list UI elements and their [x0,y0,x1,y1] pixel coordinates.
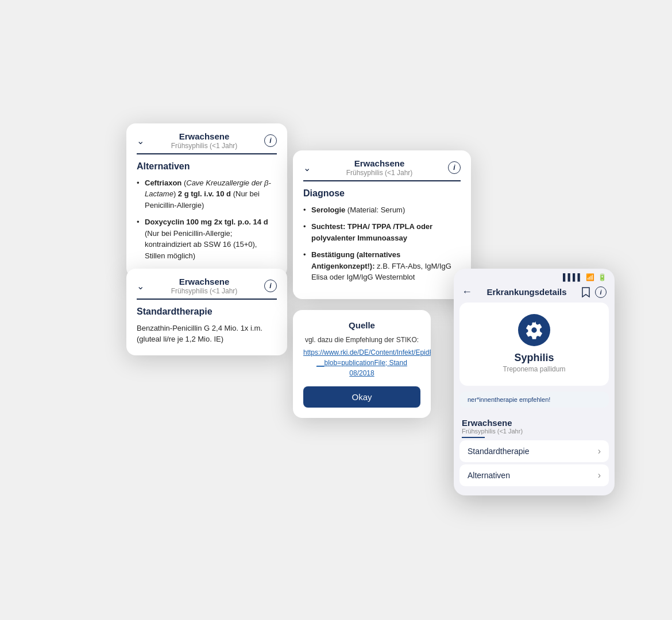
card-diagnose: ⌄ Erwachsene Frühsyphilis (<1 Jahr) i Di… [293,150,471,299]
info-icon-3[interactable]: i [448,161,461,174]
chevron-right-icon-2: › [598,470,601,480]
diag-item-2: Suchtest: TPHA/ TPPA /TPLA oder polyvale… [303,221,461,243]
card3-section-title: Diagnose [303,188,461,199]
card1-body: Alternativen Ceftriaxon (Cave Kreuzaller… [126,161,287,278]
card1-header: ⌄ Erwachsene Frühsyphilis (<1 Jahr) i [126,123,287,153]
mobile-section-title-label: Erwachsene [462,418,607,428]
info-icon-2[interactable]: i [264,280,277,292]
quelle-link[interactable]: https://www.rki.de/DE/Content/Infekt/Epi… [303,347,420,378]
collapse-icon-3[interactable]: ⌄ [303,162,311,173]
mobile-section-header: Erwachsene Frühsyphilis (<1 Jahr) [454,412,615,439]
disease-icon-circle [518,314,550,346]
card2-header-center: Erwachsene Frühsyphilis (<1 Jahr) [144,277,264,295]
card2-body: Standardtherapie Benzathin-Penicillin G … [126,307,287,355]
signal-icon: ▌▌▌▌ [563,273,582,281]
disease-icon-area: Syphilis Treponema pallidum [459,303,609,386]
mobile-row-alternativen[interactable]: Alternativen › [459,464,609,486]
card1-section-title: Alternativen [137,161,277,172]
card3-list: Serologie (Material: Serum) Suchtest: TP… [303,204,461,283]
mobile-section-sub-label: Frühsyphilis (<1 Jahr) [462,428,607,435]
mobile-nav-title: Erkrankungsdetails [486,287,566,297]
scene: ⌄ Erwachsene Frühsyphilis (<1 Jahr) i Al… [0,0,672,620]
mobile-navbar: ← Erkrankungsdetails i [454,284,615,303]
card2-subtitle: Frühsyphilis (<1 Jahr) [144,287,264,295]
diag-item-3: Bestätigung (alternatives Antigenkonzept… [303,249,461,283]
wifi-icon: 📶 [586,273,594,281]
gear-icon [525,321,543,339]
card1-list: Ceftriaxon (Cave Kreuzallergie der β-Lac… [137,177,277,262]
chevron-right-icon-1: › [598,446,601,456]
card2-header: ⌄ Erwachsene Frühsyphilis (<1 Jahr) i [126,269,287,299]
card3-body: Diagnose Serologie (Material: Serum) Suc… [293,188,471,299]
mobile-card: ▌▌▌▌ 📶 🔋 ← Erkrankungsdetails i [454,269,615,495]
item1-dose: 2 g tgl. i.v. 10 d [178,189,231,198]
card2-text: Benzathin-Penicillin G 2,4 Mio. 1x i.m. … [137,323,277,345]
card1-header-center: Erwachsene Frühsyphilis (<1 Jahr) [144,131,264,150]
expert-text: ner*innentherapie empfehlen! [468,396,550,403]
quelle-title: Quelle [303,320,420,330]
section-underline [462,437,485,438]
collapse-icon-1[interactable]: ⌄ [137,135,144,146]
item1-bold: Ceftriaxon [145,179,181,187]
card-alternativen: ⌄ Erwachsene Frühsyphilis (<1 Jahr) i Al… [126,123,287,277]
card-quelle: Quelle vgl. dazu die Empfehlung der STIK… [293,310,431,418]
card1-title: Erwachsene [144,131,264,141]
card1-divider [137,153,277,154]
bottom-spacer [454,487,615,495]
card1-subtitle: Frühsyphilis (<1 Jahr) [144,142,264,150]
status-bar: ▌▌▌▌ 📶 🔋 [454,269,615,284]
card2-divider [137,299,277,300]
card-standardtherapie: ⌄ Erwachsene Frühsyphilis (<1 Jahr) i St… [126,269,287,355]
disease-content: Syphilis Treponema pallidum [459,303,609,386]
bookmark-icon[interactable] [581,286,590,298]
list-item-2: Doxycyclin 100 mg 2x tgl. p.o. 14 d (Nur… [137,216,277,261]
diag2-bold: Suchtest: TPHA/ TPPA /TPLA oder polyvale… [311,222,432,242]
row-standard-label: Standardtherapie [468,447,529,456]
card3-divider [303,180,461,181]
row-alternativen-label: Alternativen [468,471,510,480]
back-icon[interactable]: ← [462,286,472,298]
info-icon-1[interactable]: i [264,134,277,147]
info-icon-mobile[interactable]: i [595,286,607,298]
card3-header: ⌄ Erwachsene Frühsyphilis (<1 Jahr) i [293,150,471,180]
disease-sub: Treponema pallidum [503,365,566,373]
okay-button[interactable]: Okay [303,386,420,408]
diag1-bold: Serologie [311,206,345,214]
collapse-icon-2[interactable]: ⌄ [137,281,144,292]
card3-title: Erwachsene [311,158,448,168]
disease-name: Syphilis [514,352,554,364]
diag3-bold: Bestätigung (alternatives Antigenkonzept… [311,250,400,270]
battery-icon: 🔋 [598,273,607,281]
list-item-1: Ceftriaxon (Cave Kreuzallergie der β-Lac… [137,177,277,211]
item2-bold: Doxycyclin 100 mg 2x tgl. p.o. 14 d [145,218,268,226]
mobile-row-standard[interactable]: Standardtherapie › [459,440,609,462]
card2-title: Erwachsene [144,277,264,286]
diag-item-1: Serologie (Material: Serum) [303,204,461,216]
card2-section-title: Standardtherapie [137,307,277,317]
quelle-text: vgl. dazu die Empfehlung der STIKO: [303,335,420,345]
card3-header-center: Erwachsene Frühsyphilis (<1 Jahr) [311,158,448,177]
card3-subtitle: Frühsyphilis (<1 Jahr) [311,169,448,177]
expert-banner: ner*innentherapie empfehlen! [459,392,609,408]
